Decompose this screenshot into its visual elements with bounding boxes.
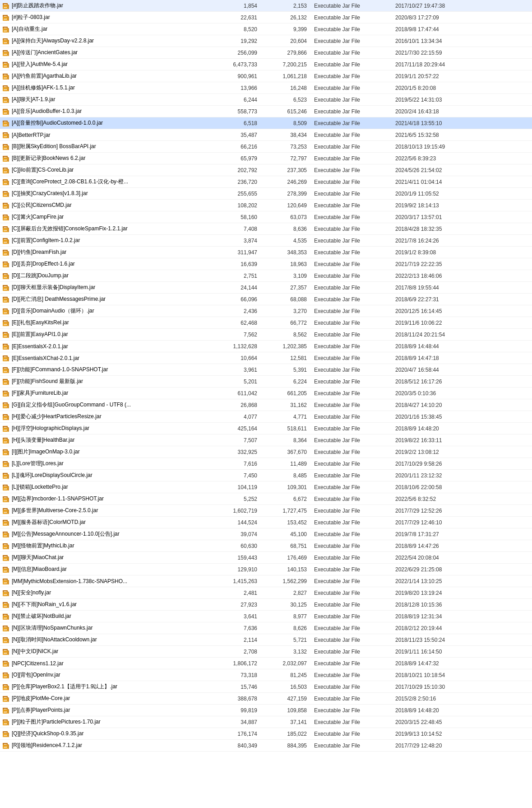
table-row[interactable]: JAR [E][礼包]EasyKitsRel.jar 62,468 66,772…: [0, 317, 532, 329]
file-icon: JAR: [2, 495, 10, 503]
table-row[interactable]: JAR [P][点券]PlayerPoints.jar 99,819 109,8…: [0, 705, 532, 716]
table-row[interactable]: JAR [N][区块清理]NoSpawnChunks.jar 7,636 8,6…: [0, 622, 532, 634]
svg-text:JAR: JAR: [4, 476, 7, 478]
table-row[interactable]: JAR [F][功能]FCommand-1.0-SNAPSHOT.jar 3,9…: [0, 364, 532, 376]
file-size2: 884,395: [264, 743, 314, 749]
table-row[interactable]: JAR [N][中文ID]NICK.jar 2,708 3,132 Execut…: [0, 646, 532, 658]
table-row[interactable]: JAR [MM]MythicMobsExtension-1.738c-SNAPS…: [0, 575, 532, 587]
svg-rect-222: [4, 521, 7, 522]
table-row[interactable]: JAR [A][音乐]AudioBuffer-1.0.3.jar 558,773…: [0, 106, 532, 117]
table-row[interactable]: JAR [C][抽奖]CrazyCrates[v1.8.3].jar 255,6…: [0, 188, 532, 200]
table-row[interactable]: JAR [E]EssentialsXChat-2.0.1.jar 10,664 …: [0, 352, 532, 364]
table-row[interactable]: JAR [M][信息]MiaoBoard.jar 129,910 140,153…: [0, 564, 532, 575]
table-row[interactable]: JAR [#]防止践踏农作物.jar 1,854 2,153 Executabl…: [0, 0, 532, 12]
table-row[interactable]: JAR [D][聊天框显示装备]DisplayItem.jar 24,144 2…: [0, 282, 532, 294]
table-row[interactable]: JAR [A]自动重生.jar 8,520 9,399 Executable J…: [0, 23, 532, 35]
svg-rect-132: [4, 309, 7, 310]
table-row[interactable]: JAR [E][前置]EasyAPI1.0.jar 7,562 8,562 Ex…: [0, 329, 532, 341]
table-row[interactable]: JAR [D][音乐]DomainAudio（循环）.jar 2,436 3,2…: [0, 305, 532, 317]
svg-rect-188: [8, 439, 9, 444]
table-row[interactable]: JAR [F][家具]FurnitureLib.jar 611,042 661,…: [0, 388, 532, 399]
table-row[interactable]: JAR [C][公民]CitizensCMD.jar 108,202 120,6…: [0, 200, 532, 211]
table-row[interactable]: JAR [D][丢弃]DropEffect-1.6.jar 16,639 18,…: [0, 258, 532, 270]
table-row[interactable]: JAR [M][怪物前置]MythicLib.jar 60,630 68,751…: [0, 540, 532, 552]
file-size: 1,806,172: [219, 660, 264, 667]
table-row[interactable]: JAR [H][浮空]HolographicDisplays.jar 425,1…: [0, 423, 532, 434]
table-row[interactable]: JAR [N][禁止破坏]NotBuild.jar 3,641 8,977 Ex…: [0, 611, 532, 622]
file-date: 2021/4/18 13:55:10: [395, 120, 530, 126]
table-row[interactable]: JAR [M][多世界]Multiverse-Core-2.5.0.jar 1,…: [0, 505, 532, 517]
table-row[interactable]: JAR [C][查询]CoreProtect_2.08-CB1.6.1-汉化-b…: [0, 176, 532, 188]
table-row[interactable]: JAR [A][聊天]AT-1.9.jar 6,244 6,523 Execut…: [0, 94, 532, 106]
table-row[interactable]: JAR [M][服务器标语]ColorMOTD.jar 144,524 153,…: [0, 517, 532, 528]
table-row[interactable]: JAR [M][边界]mcborder-1.1-SNAPSHOT.jar 5,2…: [0, 493, 532, 505]
file-icon: JAR: [2, 366, 10, 374]
table-row[interactable]: JAR [P][地皮]PlotMe-Core.jar 388,678 427,1…: [0, 693, 532, 705]
file-name: [D][音乐]DomainAudio（循环）.jar: [12, 307, 219, 315]
file-date: 2019/8/22 16:33:11: [395, 437, 530, 444]
table-row[interactable]: JAR [L][魂环]LoreDisplaySoulCircle.jar 7,4…: [0, 470, 532, 481]
table-row[interactable]: JAR [P][仓库]PlayerBox2.1【适用于1.9以上】.jar 15…: [0, 681, 532, 693]
table-row[interactable]: JAR [O][背包]OpenInv.jar 73,318 81,245 Exe…: [0, 669, 532, 681]
table-row[interactable]: JAR [#]粒子-0803.jar 22,631 26,132 Executa…: [0, 12, 532, 23]
table-row[interactable]: JAR [I][图片]ImageOnMap-3.0.jar 332,925 36…: [0, 446, 532, 458]
table-row[interactable]: JAR [NPC]Citizens1.12.jar 1,806,172 2,03…: [0, 658, 532, 669]
table-row[interactable]: JAR [M][公告]MessageAnnouncer-1.10.0[公告].j…: [0, 528, 532, 540]
table-row[interactable]: JAR [N][安全]nofly.jar 2,481 2,827 Executa…: [0, 587, 532, 599]
table-row[interactable]: JAR [D][钓鱼]DreamFish.jar 311,947 348,353…: [0, 247, 532, 258]
file-icon: JAR: [2, 2, 10, 10]
table-row[interactable]: JAR [D][二段跳]DouJump.jar 2,751 3,109 Exec…: [0, 270, 532, 282]
svg-rect-288: [8, 674, 9, 678]
table-row[interactable]: JAR [R][领地]Residence4.7.1.2.jar 840,349 …: [0, 740, 532, 752]
file-date: 2018/8/9 14:48:44: [395, 343, 530, 350]
svg-text:JAR: JAR: [4, 53, 7, 56]
table-row[interactable]: JAR [B][更新记录]BookNews 6.2.jar 65,979 72,…: [0, 153, 532, 164]
file-icon: JAR: [2, 354, 10, 362]
table-row[interactable]: JAR [A][挂机修炼]AFK-1.5.1.jar 13,966 16,248…: [0, 82, 532, 94]
svg-rect-13: [8, 28, 9, 33]
table-row[interactable]: JAR [H][头顶变量]HealthBar.jar 7,507 8,364 E…: [0, 434, 532, 446]
file-type: Executable Jar File: [314, 437, 395, 444]
table-row[interactable]: JAR [N][取消时间]NoAttackCooldown.jar 2,114 …: [0, 634, 532, 646]
table-row[interactable]: JAR [P][粒子图片]ParticlePictures-1.70.jar 3…: [0, 716, 532, 728]
file-date: 2020/2/4 16:43:18: [395, 108, 530, 115]
table-row[interactable]: JAR [A][传送门]AncientGates.jar 256,099 279…: [0, 47, 532, 59]
svg-text:JAR: JAR: [4, 523, 7, 525]
svg-rect-52: [4, 121, 7, 122]
table-row[interactable]: JAR [L][Lore管理]Lores.jar 7,616 11,489 Ex…: [0, 458, 532, 470]
table-row[interactable]: JAR [E]EssentialsX-2.0.1.jar 1,132,628 1…: [0, 341, 532, 352]
file-size2: 237,305: [264, 167, 314, 173]
table-row[interactable]: JAR [N][不下雨]NoRain_v1.6.jar 27,923 30,12…: [0, 599, 532, 611]
table-row[interactable]: JAR [A][钓鱼前置]AgarthaLib.jar 900,961 1,06…: [0, 70, 532, 82]
file-icon: JAR: [2, 425, 10, 433]
table-row[interactable]: JAR [C][屏蔽后台无效报错]ConsoleSpamFix-1.2.1.ja…: [0, 223, 532, 235]
table-row[interactable]: JAR [A][音量控制]AudioCustomed-1.0.0.jar 6,5…: [0, 117, 532, 129]
table-row[interactable]: JAR [M][聊天]MiaoChat.jar 159,443 176,469 …: [0, 552, 532, 564]
table-row[interactable]: JAR [C][ilo前置]CS-CoreLib.jar 202,792 237…: [0, 164, 532, 176]
file-size2: 661,205: [264, 390, 314, 397]
file-name: [Q][经济]QuickShop-0.9.35.jar: [12, 730, 219, 738]
file-icon: JAR: [2, 225, 10, 233]
svg-rect-117: [4, 274, 7, 275]
table-row[interactable]: JAR [H][爱心减少]HeartParticlesResize.jar 4,…: [0, 411, 532, 423]
svg-rect-147: [4, 345, 7, 346]
file-date: 2019/9/13 10:14:52: [395, 731, 530, 737]
table-row[interactable]: JAR [C][篝火]CampFire.jar 58,160 63,073 Ex…: [0, 211, 532, 223]
table-row[interactable]: JAR [L][锁箱]LockettePro.jar 104,119 109,3…: [0, 481, 532, 493]
table-row[interactable]: JAR [C][前置]ConfigItem-1.0.2.jar 3,874 4,…: [0, 235, 532, 247]
table-row[interactable]: JAR [A][保持白天]AlwaysDay-v2.2.8.jar 19,292…: [0, 35, 532, 47]
svg-rect-138: [8, 322, 9, 326]
table-row[interactable]: JAR [D][死亡消息] DeathMessagesPrime.jar 66,…: [0, 294, 532, 305]
file-size: 7,450: [219, 472, 264, 479]
file-date: 2017/7/29 12:46:10: [395, 519, 530, 526]
table-row[interactable]: JAR [G][自定义指令组]GuoGroupCommand - UTF8 (.…: [0, 399, 532, 411]
file-name: [M][信息]MiaoBoard.jar: [12, 565, 219, 573]
file-name: [B][更新记录]BookNews 6.2.jar: [12, 154, 219, 162]
table-row[interactable]: JAR [A]BetterRTP.jar 35,487 38,434 Execu…: [0, 129, 532, 141]
table-row[interactable]: JAR [B][附属SkyEdition] BossBarAPI.jar 66,…: [0, 141, 532, 153]
file-size: 1,132,628: [219, 343, 264, 350]
table-row[interactable]: JAR [Q][经济]QuickShop-0.9.35.jar 176,174 …: [0, 728, 532, 740]
table-row[interactable]: JAR [F][功能]FishSound 最新版.jar 5,201 6,224…: [0, 376, 532, 388]
file-name: [M][怪物前置]MythicLib.jar: [12, 542, 219, 550]
table-row[interactable]: JAR [A][登入]AuthMe-5.4.jar 6,473,733 7,20…: [0, 59, 532, 70]
